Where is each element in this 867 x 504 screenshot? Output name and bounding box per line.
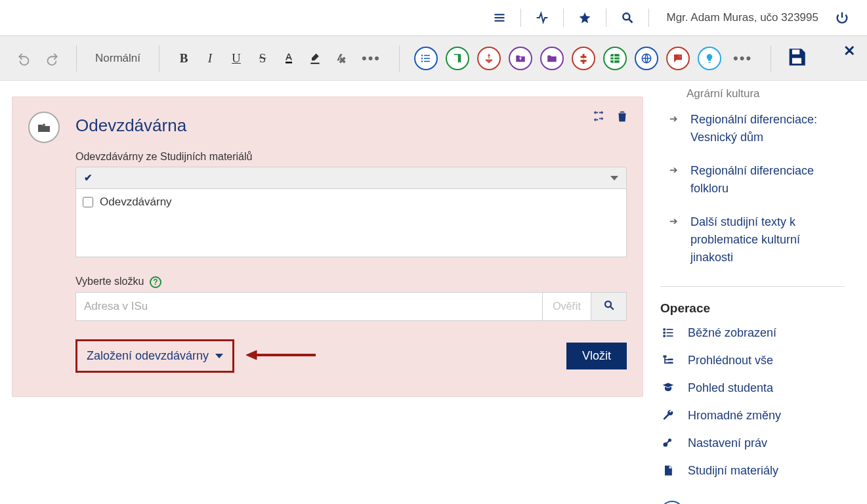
section-label: Odevzdávárny ze Studijních materiálů xyxy=(75,151,627,163)
op-permissions[interactable]: Nastavení práv xyxy=(660,435,845,451)
op-view-all[interactable]: Prohlédnout vše xyxy=(660,352,845,368)
activity-icon[interactable] xyxy=(533,9,551,27)
svg-rect-5 xyxy=(424,54,430,56)
tree-icon xyxy=(660,352,676,368)
sidebar: Agrární kultura ➔ Regionální diferenciac… xyxy=(655,81,867,504)
user-name[interactable]: Mgr. Adam Muras, učo 323995 xyxy=(666,11,818,24)
more-insert-icon[interactable]: ••• xyxy=(729,50,756,67)
insert-upload-folder-icon[interactable] xyxy=(509,47,532,70)
insert-idea-icon[interactable] xyxy=(698,47,721,70)
listbox-item[interactable]: Odevzdávárny xyxy=(83,194,620,210)
sidebar-nav-item[interactable]: ➔ Regionální diferenciace: Vesnický dům xyxy=(669,111,845,146)
close-icon[interactable]: ✕ xyxy=(843,43,855,60)
listbox-item-checkbox[interactable] xyxy=(83,197,93,207)
op-student-view[interactable]: Pohled studenta xyxy=(660,380,845,396)
redo-icon[interactable] xyxy=(42,49,62,68)
wrench-icon xyxy=(660,408,676,423)
svg-point-10 xyxy=(421,60,423,62)
svg-rect-32 xyxy=(668,362,673,364)
listbox-item-label: Odevzdávárny xyxy=(100,196,172,209)
sidebar-nav-item[interactable]: ➔ Další studijní texty k problematice ku… xyxy=(669,213,845,266)
svg-line-4 xyxy=(629,20,633,23)
bold-button[interactable]: B xyxy=(174,49,194,68)
svg-rect-28 xyxy=(664,335,666,337)
address-input[interactable] xyxy=(75,292,543,321)
guide-link[interactable]: Průvodce změnami xyxy=(660,501,845,504)
svg-marker-23 xyxy=(246,350,257,360)
svg-rect-19 xyxy=(792,50,799,54)
strike-button[interactable]: S xyxy=(253,49,272,68)
insert-pdf-icon[interactable] xyxy=(477,47,501,70)
chevron-down-icon xyxy=(610,176,618,180)
editor-toolbar: Normální B I U S ••• xyxy=(0,36,867,81)
sidebar-truncated-item[interactable]: Agrární kultura xyxy=(687,87,845,100)
insert-web-icon[interactable] xyxy=(635,47,658,70)
insert-book-icon[interactable] xyxy=(446,47,469,70)
svg-rect-25 xyxy=(667,329,673,330)
insert-folder-icon[interactable] xyxy=(540,47,564,70)
hamburger-icon[interactable] xyxy=(490,9,509,27)
key-icon xyxy=(660,435,676,451)
svg-rect-18 xyxy=(792,58,801,64)
materials-listbox[interactable]: Odevzdávárny xyxy=(75,189,627,257)
help-icon[interactable]: ? xyxy=(150,276,161,288)
undo-icon[interactable] xyxy=(14,49,34,68)
underline-button[interactable]: U xyxy=(226,49,246,68)
op-materials[interactable]: Studijní materiály xyxy=(660,463,845,478)
dropbox-folder-icon xyxy=(28,112,60,143)
svg-rect-14 xyxy=(614,54,615,63)
chevron-down-icon xyxy=(215,354,223,358)
divider xyxy=(771,45,771,72)
create-dropbox-dropdown[interactable]: Založení odevzdávárny xyxy=(75,339,234,373)
insert-button[interactable]: Vložit xyxy=(566,343,627,369)
svg-rect-12 xyxy=(610,56,620,58)
search-folder-button[interactable] xyxy=(591,292,627,321)
svg-point-3 xyxy=(624,13,630,20)
svg-rect-7 xyxy=(424,60,430,62)
insert-puzzle-icon[interactable] xyxy=(572,47,595,70)
clear-format-button[interactable] xyxy=(331,49,351,68)
op-normal-view[interactable]: Běžné zobrazení xyxy=(660,325,845,341)
document-icon xyxy=(660,463,676,478)
italic-button[interactable]: I xyxy=(200,49,220,68)
svg-rect-6 xyxy=(424,58,430,59)
svg-line-21 xyxy=(610,306,614,310)
arrow-right-icon: ➔ xyxy=(669,164,681,176)
star-icon[interactable] xyxy=(576,9,594,27)
svg-rect-13 xyxy=(610,59,620,60)
op-bulk-changes[interactable]: Hromadné změny xyxy=(660,408,845,423)
svg-rect-2 xyxy=(495,20,505,22)
trash-icon[interactable] xyxy=(615,109,629,123)
materials-select[interactable]: ✔ xyxy=(75,167,627,189)
power-icon[interactable] xyxy=(833,9,851,27)
svg-rect-24 xyxy=(664,328,666,330)
search-icon[interactable] xyxy=(618,9,637,27)
svg-rect-11 xyxy=(610,54,620,63)
annotation-arrow-icon xyxy=(245,347,317,365)
folder-input-group: Ověřit xyxy=(75,292,627,321)
folder-label: Vyberte složku ? xyxy=(75,276,627,288)
divider xyxy=(76,45,77,72)
list-icon xyxy=(660,325,676,341)
divider xyxy=(563,9,564,27)
highlight-color-button[interactable] xyxy=(305,49,325,68)
paragraph-style-dropdown[interactable]: Normální xyxy=(91,52,144,65)
card-title: Odevzdávárna xyxy=(75,116,186,136)
svg-rect-1 xyxy=(495,17,505,18)
more-format-icon[interactable]: ••• xyxy=(358,50,385,67)
insert-spreadsheet-icon[interactable] xyxy=(603,47,627,70)
svg-point-20 xyxy=(605,301,611,307)
divider xyxy=(648,9,649,27)
divider xyxy=(660,286,845,287)
insert-list-icon[interactable] xyxy=(414,47,438,70)
svg-point-9 xyxy=(421,57,423,58)
insert-comment-icon[interactable] xyxy=(666,47,690,70)
divider xyxy=(606,9,606,27)
svg-rect-26 xyxy=(664,331,666,333)
text-color-button[interactable] xyxy=(279,49,299,68)
student-icon xyxy=(660,380,676,396)
svg-rect-31 xyxy=(668,359,673,361)
move-icon[interactable] xyxy=(591,109,606,123)
sidebar-nav-item[interactable]: ➔ Regionální diferenciace folkloru xyxy=(669,162,845,198)
save-button[interactable] xyxy=(786,46,808,70)
